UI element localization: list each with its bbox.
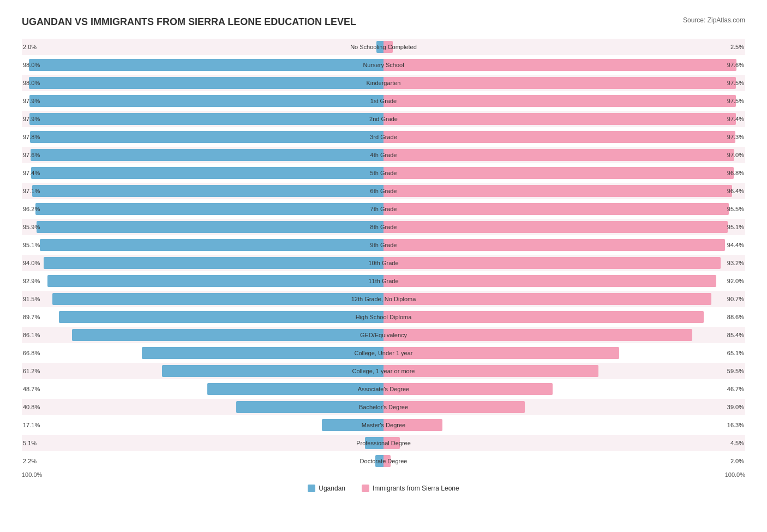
bar-left [29,59,384,71]
left-section: 40.8% [22,399,384,415]
right-section: 2.5% [384,39,745,55]
bar-row: 2.0%2.5%No Schooling Completed [22,39,745,55]
value-left: 97.4% [23,170,40,176]
value-left: 61.2% [23,368,40,374]
bar-left [236,401,384,413]
value-left: 98.0% [23,80,40,86]
right-section: 39.0% [384,399,745,415]
bar-row: 95.1%94.4%9th Grade [22,237,745,253]
bar-left [375,455,384,467]
left-section: 97.6% [22,147,384,163]
value-left: 48.7% [23,386,40,392]
right-section: 16.3% [384,417,745,433]
value-left: 89.7% [23,314,40,320]
legend-item-right: Immigrants from Sierra Leone [362,485,459,492]
bar-row: 96.2%95.5%7th Grade [22,201,745,217]
value-right: 96.4% [727,188,744,194]
value-left: 95.9% [23,224,40,230]
left-section: 66.8% [22,345,384,361]
right-section: 85.4% [384,327,745,343]
bar-right [384,185,732,197]
value-right: 97.5% [727,98,744,104]
left-section: 97.8% [22,129,384,145]
bar-right [384,113,736,125]
value-right: 96.8% [727,170,744,176]
bar-left [40,239,384,251]
value-right: 2.0% [730,458,744,464]
footer-left: 100.0% [22,471,42,478]
value-right: 95.1% [727,224,744,230]
bar-right [384,221,728,233]
left-section: 89.7% [22,309,384,325]
bar-right [384,419,442,431]
legend: Ugandan Immigrants from Sierra Leone [22,485,745,492]
bar-left [29,77,384,89]
value-left: 17.1% [23,422,40,428]
bar-right [384,365,598,377]
bar-right [384,203,729,215]
bar-row: 94.0%93.2%10th Grade [22,255,745,271]
legend-item-left: Ugandan [308,485,345,492]
bar-right [384,455,391,467]
legend-label-right: Immigrants from Sierra Leone [373,485,459,492]
left-section: 95.9% [22,219,384,235]
bar-right [384,437,400,449]
value-left: 97.9% [23,98,40,104]
value-left: 97.1% [23,188,40,194]
bar-right [384,59,736,71]
bar-row: 92.9%92.0%11th Grade [22,273,745,289]
left-section: 97.4% [22,165,384,181]
right-section: 97.0% [384,147,745,163]
left-section: 5.1% [22,435,384,451]
value-left: 2.0% [23,44,37,50]
value-right: 95.5% [727,206,744,212]
value-right: 85.4% [727,332,744,338]
bar-right [384,329,692,341]
value-left: 86.1% [23,332,40,338]
value-right: 16.3% [727,422,744,428]
value-right: 88.6% [727,314,744,320]
bar-left [207,383,384,395]
bar-row: 91.5%90.7%12th Grade, No Diploma [22,291,745,307]
bar-row: 98.0%97.6%Nursery School [22,57,745,73]
right-section: 88.6% [384,309,745,325]
bar-row: 97.9%97.5%1st Grade [22,93,745,109]
legend-box-left [308,485,315,492]
value-right: 59.5% [727,368,744,374]
bar-row: 5.1%4.5%Professional Degree [22,435,745,451]
bar-left [322,419,384,431]
value-left: 95.1% [23,242,40,248]
right-section: 92.0% [384,273,745,289]
legend-label-left: Ugandan [319,485,345,492]
bar-right [384,275,716,287]
right-section: 97.5% [384,93,745,109]
value-left: 66.8% [23,350,40,356]
bar-left [142,347,384,359]
value-left: 97.6% [23,152,40,158]
value-right: 97.0% [727,152,744,158]
left-section: 94.0% [22,255,384,271]
bar-left [31,149,384,161]
bar-row: 17.1%16.3%Master's Degree [22,417,745,433]
right-section: 96.4% [384,183,745,199]
value-right: 97.6% [727,62,744,68]
chart-source: Source: ZipAtlas.com [683,16,745,24]
bar-left [31,167,384,179]
right-section: 97.5% [384,75,745,91]
footer-values: 100.0% 100.0% [22,471,745,478]
chart-container: UGANDAN VS IMMIGRANTS FROM SIERRA LEONE … [11,11,756,509]
left-section: 2.2% [22,453,384,469]
bar-chart: 2.0%2.5%No Schooling Completed98.0%97.6%… [22,39,745,469]
value-right: 90.7% [727,296,744,302]
legend-box-right [362,485,369,492]
bar-right [384,77,736,89]
left-section: 98.0% [22,57,384,73]
bar-right [384,401,525,413]
value-right: 93.2% [727,260,744,266]
value-left: 2.2% [23,458,37,464]
right-section: 46.7% [384,381,745,397]
value-right: 97.4% [727,116,744,122]
bar-right [384,239,725,251]
right-section: 95.5% [384,201,745,217]
value-right: 97.3% [727,134,744,140]
